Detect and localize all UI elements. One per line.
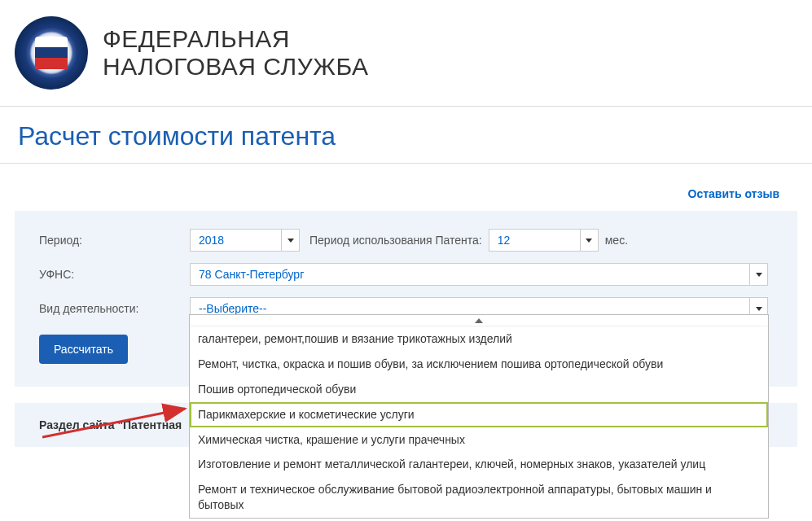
- row-period: Период: 2018 Период использования Патент…: [39, 229, 773, 252]
- year-value: 2018: [191, 234, 281, 247]
- org-title-line2: НАЛОГОВАЯ СЛУЖБА: [103, 53, 368, 81]
- dropdown-scroll-up[interactable]: [190, 315, 768, 326]
- ufns-select[interactable]: 78 Санкт-Петербург: [190, 263, 768, 286]
- header: ФЕДЕРАЛЬНАЯ НАЛОГОВАЯ СЛУЖБА: [0, 0, 812, 107]
- chevron-down-icon: [749, 264, 767, 285]
- page-title: Расчет стоимости патента: [0, 107, 812, 164]
- org-title-line1: ФЕДЕРАЛЬНАЯ: [103, 25, 368, 54]
- row-ufns: УФНС: 78 Санкт-Петербург: [39, 263, 773, 286]
- months-select[interactable]: 12: [489, 229, 599, 252]
- dropdown-item[interactable]: Пошив ортопедической обуви: [190, 377, 768, 402]
- chevron-up-icon: [475, 318, 483, 323]
- dropdown-item[interactable]: Химическая чистка, крашение и услуги пра…: [190, 427, 768, 453]
- months-suffix: мес.: [605, 234, 628, 247]
- dropdown-item[interactable]: Парикмахерские и косметические услуги: [190, 402, 768, 427]
- activity-label: Вид деятельности:: [39, 302, 190, 315]
- dropdown-item[interactable]: Изготовление и ремонт металлической гала…: [190, 452, 768, 477]
- dropdown-item[interactable]: Ремонт, чистка, окраска и пошив обуви, з…: [190, 352, 768, 377]
- calculate-button[interactable]: Рассчитать: [39, 335, 128, 364]
- fns-logo: [15, 16, 88, 90]
- year-select[interactable]: 2018: [190, 229, 300, 252]
- feedback-link[interactable]: Оставить отзыв: [688, 187, 779, 200]
- dropdown-item[interactable]: Ремонт и техническое обслуживание бытово…: [190, 477, 768, 518]
- ufns-value: 78 Санкт-Петербург: [191, 268, 749, 281]
- ufns-label: УФНС:: [39, 268, 190, 281]
- period-label: Период:: [39, 234, 190, 247]
- activity-dropdown: галантереи, ремонт,пошив и вязание трико…: [189, 314, 769, 519]
- period-usage-label: Период использования Патента:: [309, 234, 482, 247]
- org-title: ФЕДЕРАЛЬНАЯ НАЛОГОВАЯ СЛУЖБА: [103, 25, 368, 81]
- section-link[interactable]: Раздел сайта "Патентная: [39, 418, 182, 431]
- dropdown-list: галантереи, ремонт,пошив и вязание трико…: [190, 326, 768, 518]
- chevron-down-icon: [580, 230, 598, 251]
- dropdown-item[interactable]: галантереи, ремонт,пошив и вязание трико…: [190, 326, 768, 352]
- chevron-down-icon: [281, 230, 299, 251]
- activity-value: --Выберите--: [191, 302, 749, 315]
- feedback-row: Оставить отзыв: [0, 164, 812, 211]
- months-value: 12: [489, 234, 580, 247]
